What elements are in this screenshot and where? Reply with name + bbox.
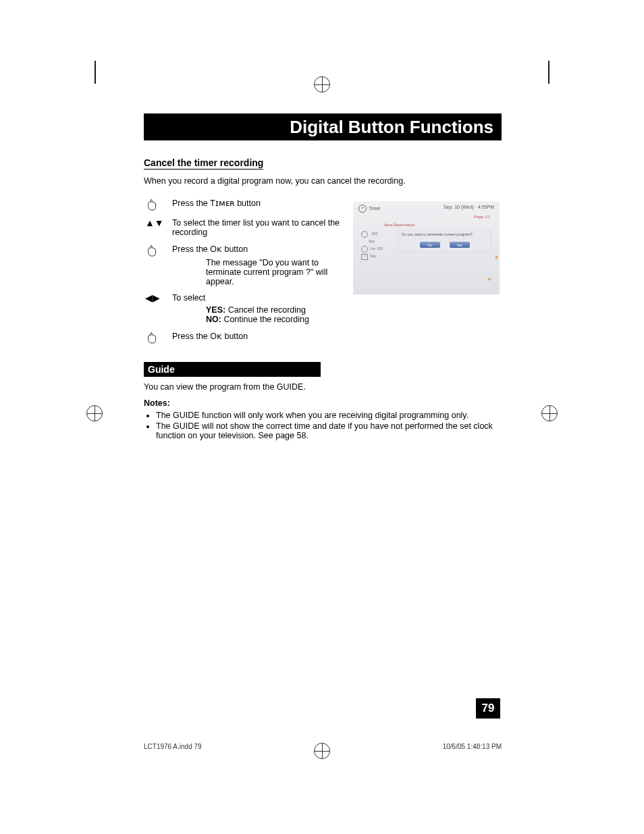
option-yes-label: YES: — [206, 305, 225, 315]
ss-page-indicator: Page 1/1 — [353, 215, 500, 221]
step-to-select: To select — [172, 293, 205, 303]
note-item: The GUIDE function will only work when y… — [156, 411, 502, 420]
step-press-ok-message: The message "Do you want to terminate cu… — [206, 258, 348, 286]
press-hand-icon — [145, 331, 160, 344]
press-hand-icon — [145, 244, 160, 257]
guide-intro: You can view the program from the GUIDE. — [144, 382, 502, 392]
clock-icon — [361, 231, 368, 238]
note-item: The GUIDE will not show the correct time… — [156, 421, 502, 440]
chapter-title: Digital Button Functions — [144, 113, 502, 140]
section-intro: When you record a digital program now, y… — [144, 176, 502, 186]
option-no-text: Continue the recording — [221, 315, 309, 324]
footer-timestamp: 10/6/05 1:48:13 PM — [443, 743, 502, 750]
step-select-list: To select the timer list you want to can… — [172, 218, 348, 237]
tv-ui-screenshot: Timer Sep. 10 (Wed) 4:55PM Page 1/1 New … — [353, 201, 500, 294]
section-heading-guide: Guide — [144, 362, 321, 377]
registration-mark-icon — [541, 405, 558, 421]
ss-date: Sep. 10 (Wed) — [444, 205, 474, 213]
option-yes-text: Cancel the recording — [225, 305, 306, 315]
registration-mark-icon — [314, 76, 330, 93]
ss-yes-button[interactable]: Yes — [450, 242, 470, 248]
option-no-label: NO: — [206, 315, 221, 324]
timer-clock-icon — [358, 205, 367, 213]
registration-mark-icon — [86, 405, 103, 421]
section-heading-cancel: Cancel the timer recording — [144, 157, 263, 170]
step-press-timer: Press the Tɪᴍᴇʀ button — [172, 198, 348, 208]
notes-list: The GUIDE function will only work when y… — [144, 411, 502, 440]
page-number: 79 — [476, 698, 500, 719]
up-down-arrows-icon: ▲▼ — [145, 218, 164, 228]
ss-timer-label: Timer — [369, 206, 381, 211]
step-press-ok-2: Press the Oᴋ button — [172, 331, 348, 341]
ss-new-reservation: New Reservation — [384, 223, 415, 227]
clock-icon — [361, 246, 368, 253]
ss-confirm-dialog: Do you want to terminate current program… — [398, 230, 491, 252]
ss-dialog-question: Do you want to terminate current program… — [402, 232, 487, 236]
print-footer: LCT1976 A.indd 79 10/6/05 1:48:13 PM — [144, 743, 502, 750]
right-arrow-icon — [495, 255, 498, 259]
ss-no-button[interactable]: No — [420, 242, 440, 248]
ss-reservation-list: 803 Sep List335 ?Sep — [361, 231, 394, 261]
footer-file: LCT1976 A.indd 79 — [144, 743, 202, 750]
ss-time: 4:55PM — [478, 205, 494, 213]
press-hand-icon — [145, 198, 160, 211]
notes-heading: Notes: — [144, 398, 502, 408]
left-right-arrows-icon: ◀▶ — [145, 293, 160, 303]
step-press-ok-1: Press the Oᴋ button — [172, 244, 248, 254]
down-arrow-icon — [487, 278, 491, 281]
